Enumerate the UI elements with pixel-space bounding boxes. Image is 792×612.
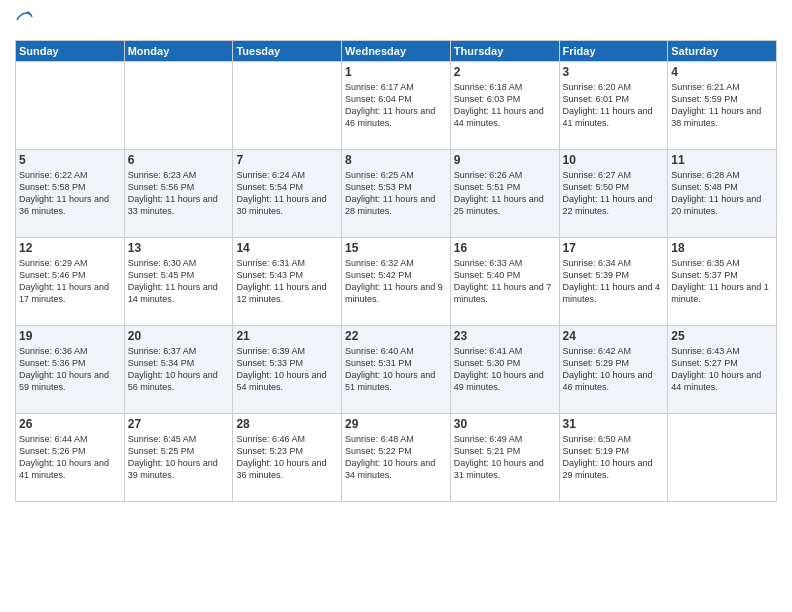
day-number: 6 [128, 153, 230, 167]
day-cell: 17Sunrise: 6:34 AM Sunset: 5:39 PM Dayli… [559, 238, 668, 326]
day-number: 16 [454, 241, 556, 255]
day-info: Sunrise: 6:44 AM Sunset: 5:26 PM Dayligh… [19, 433, 121, 482]
day-info: Sunrise: 6:18 AM Sunset: 6:03 PM Dayligh… [454, 81, 556, 130]
day-cell: 15Sunrise: 6:32 AM Sunset: 5:42 PM Dayli… [342, 238, 451, 326]
day-cell: 18Sunrise: 6:35 AM Sunset: 5:37 PM Dayli… [668, 238, 777, 326]
day-cell: 8Sunrise: 6:25 AM Sunset: 5:53 PM Daylig… [342, 150, 451, 238]
day-cell: 4Sunrise: 6:21 AM Sunset: 5:59 PM Daylig… [668, 62, 777, 150]
day-cell: 28Sunrise: 6:46 AM Sunset: 5:23 PM Dayli… [233, 414, 342, 502]
logo [15, 10, 35, 32]
day-number: 15 [345, 241, 447, 255]
week-row-0: 1Sunrise: 6:17 AM Sunset: 6:04 PM Daylig… [16, 62, 777, 150]
day-info: Sunrise: 6:24 AM Sunset: 5:54 PM Dayligh… [236, 169, 338, 218]
day-cell: 23Sunrise: 6:41 AM Sunset: 5:30 PM Dayli… [450, 326, 559, 414]
day-cell: 30Sunrise: 6:49 AM Sunset: 5:21 PM Dayli… [450, 414, 559, 502]
col-header-sunday: Sunday [16, 41, 125, 62]
day-number: 7 [236, 153, 338, 167]
calendar-header-row: SundayMondayTuesdayWednesdayThursdayFrid… [16, 41, 777, 62]
day-info: Sunrise: 6:36 AM Sunset: 5:36 PM Dayligh… [19, 345, 121, 394]
day-cell: 13Sunrise: 6:30 AM Sunset: 5:45 PM Dayli… [124, 238, 233, 326]
day-number: 18 [671, 241, 773, 255]
day-info: Sunrise: 6:17 AM Sunset: 6:04 PM Dayligh… [345, 81, 447, 130]
day-info: Sunrise: 6:22 AM Sunset: 5:58 PM Dayligh… [19, 169, 121, 218]
day-number: 12 [19, 241, 121, 255]
day-cell [124, 62, 233, 150]
page-header [15, 10, 777, 32]
day-number: 21 [236, 329, 338, 343]
day-number: 9 [454, 153, 556, 167]
day-info: Sunrise: 6:33 AM Sunset: 5:40 PM Dayligh… [454, 257, 556, 306]
day-number: 20 [128, 329, 230, 343]
day-info: Sunrise: 6:41 AM Sunset: 5:30 PM Dayligh… [454, 345, 556, 394]
day-number: 19 [19, 329, 121, 343]
day-number: 27 [128, 417, 230, 431]
day-info: Sunrise: 6:25 AM Sunset: 5:53 PM Dayligh… [345, 169, 447, 218]
day-cell: 11Sunrise: 6:28 AM Sunset: 5:48 PM Dayli… [668, 150, 777, 238]
day-cell: 3Sunrise: 6:20 AM Sunset: 6:01 PM Daylig… [559, 62, 668, 150]
day-cell: 16Sunrise: 6:33 AM Sunset: 5:40 PM Dayli… [450, 238, 559, 326]
day-cell: 31Sunrise: 6:50 AM Sunset: 5:19 PM Dayli… [559, 414, 668, 502]
day-info: Sunrise: 6:40 AM Sunset: 5:31 PM Dayligh… [345, 345, 447, 394]
day-cell: 26Sunrise: 6:44 AM Sunset: 5:26 PM Dayli… [16, 414, 125, 502]
col-header-monday: Monday [124, 41, 233, 62]
day-cell: 25Sunrise: 6:43 AM Sunset: 5:27 PM Dayli… [668, 326, 777, 414]
col-header-saturday: Saturday [668, 41, 777, 62]
day-info: Sunrise: 6:35 AM Sunset: 5:37 PM Dayligh… [671, 257, 773, 306]
day-number: 13 [128, 241, 230, 255]
week-row-3: 19Sunrise: 6:36 AM Sunset: 5:36 PM Dayli… [16, 326, 777, 414]
day-cell: 21Sunrise: 6:39 AM Sunset: 5:33 PM Dayli… [233, 326, 342, 414]
day-info: Sunrise: 6:28 AM Sunset: 5:48 PM Dayligh… [671, 169, 773, 218]
day-info: Sunrise: 6:43 AM Sunset: 5:27 PM Dayligh… [671, 345, 773, 394]
day-info: Sunrise: 6:29 AM Sunset: 5:46 PM Dayligh… [19, 257, 121, 306]
day-number: 4 [671, 65, 773, 79]
day-info: Sunrise: 6:37 AM Sunset: 5:34 PM Dayligh… [128, 345, 230, 394]
day-cell: 14Sunrise: 6:31 AM Sunset: 5:43 PM Dayli… [233, 238, 342, 326]
day-cell: 27Sunrise: 6:45 AM Sunset: 5:25 PM Dayli… [124, 414, 233, 502]
day-cell: 5Sunrise: 6:22 AM Sunset: 5:58 PM Daylig… [16, 150, 125, 238]
day-number: 30 [454, 417, 556, 431]
day-number: 10 [563, 153, 665, 167]
day-info: Sunrise: 6:48 AM Sunset: 5:22 PM Dayligh… [345, 433, 447, 482]
day-number: 26 [19, 417, 121, 431]
day-info: Sunrise: 6:46 AM Sunset: 5:23 PM Dayligh… [236, 433, 338, 482]
day-cell: 1Sunrise: 6:17 AM Sunset: 6:04 PM Daylig… [342, 62, 451, 150]
day-info: Sunrise: 6:45 AM Sunset: 5:25 PM Dayligh… [128, 433, 230, 482]
day-info: Sunrise: 6:30 AM Sunset: 5:45 PM Dayligh… [128, 257, 230, 306]
day-info: Sunrise: 6:23 AM Sunset: 5:56 PM Dayligh… [128, 169, 230, 218]
day-info: Sunrise: 6:27 AM Sunset: 5:50 PM Dayligh… [563, 169, 665, 218]
week-row-4: 26Sunrise: 6:44 AM Sunset: 5:26 PM Dayli… [16, 414, 777, 502]
day-number: 28 [236, 417, 338, 431]
day-cell: 6Sunrise: 6:23 AM Sunset: 5:56 PM Daylig… [124, 150, 233, 238]
day-cell: 22Sunrise: 6:40 AM Sunset: 5:31 PM Dayli… [342, 326, 451, 414]
day-info: Sunrise: 6:39 AM Sunset: 5:33 PM Dayligh… [236, 345, 338, 394]
day-info: Sunrise: 6:50 AM Sunset: 5:19 PM Dayligh… [563, 433, 665, 482]
day-info: Sunrise: 6:26 AM Sunset: 5:51 PM Dayligh… [454, 169, 556, 218]
day-cell [233, 62, 342, 150]
day-number: 5 [19, 153, 121, 167]
day-cell: 20Sunrise: 6:37 AM Sunset: 5:34 PM Dayli… [124, 326, 233, 414]
day-number: 22 [345, 329, 447, 343]
day-info: Sunrise: 6:21 AM Sunset: 5:59 PM Dayligh… [671, 81, 773, 130]
day-cell: 7Sunrise: 6:24 AM Sunset: 5:54 PM Daylig… [233, 150, 342, 238]
logo-icon [15, 10, 33, 28]
day-number: 3 [563, 65, 665, 79]
day-info: Sunrise: 6:34 AM Sunset: 5:39 PM Dayligh… [563, 257, 665, 306]
day-cell [668, 414, 777, 502]
day-number: 24 [563, 329, 665, 343]
day-number: 14 [236, 241, 338, 255]
day-cell: 9Sunrise: 6:26 AM Sunset: 5:51 PM Daylig… [450, 150, 559, 238]
day-number: 11 [671, 153, 773, 167]
day-info: Sunrise: 6:20 AM Sunset: 6:01 PM Dayligh… [563, 81, 665, 130]
day-number: 1 [345, 65, 447, 79]
calendar: SundayMondayTuesdayWednesdayThursdayFrid… [15, 40, 777, 502]
day-number: 29 [345, 417, 447, 431]
day-number: 17 [563, 241, 665, 255]
week-row-1: 5Sunrise: 6:22 AM Sunset: 5:58 PM Daylig… [16, 150, 777, 238]
day-info: Sunrise: 6:32 AM Sunset: 5:42 PM Dayligh… [345, 257, 447, 306]
week-row-2: 12Sunrise: 6:29 AM Sunset: 5:46 PM Dayli… [16, 238, 777, 326]
day-info: Sunrise: 6:42 AM Sunset: 5:29 PM Dayligh… [563, 345, 665, 394]
day-info: Sunrise: 6:49 AM Sunset: 5:21 PM Dayligh… [454, 433, 556, 482]
day-info: Sunrise: 6:31 AM Sunset: 5:43 PM Dayligh… [236, 257, 338, 306]
day-cell: 19Sunrise: 6:36 AM Sunset: 5:36 PM Dayli… [16, 326, 125, 414]
day-number: 2 [454, 65, 556, 79]
